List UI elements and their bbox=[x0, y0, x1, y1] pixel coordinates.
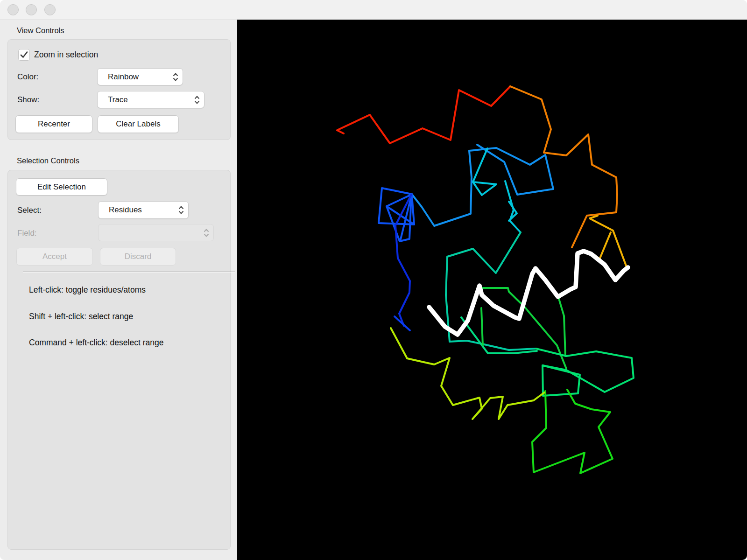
backbone-green-bottom-loop[interactable] bbox=[532, 390, 613, 473]
backbone-lightblue[interactable] bbox=[412, 145, 553, 226]
zoom-in-selection-label: Zoom in selection bbox=[34, 49, 98, 61]
backbone-green-short[interactable] bbox=[481, 308, 483, 345]
view-controls-group: Zoom in selection Color: Rainbow Show: T… bbox=[7, 39, 231, 140]
zoom-button[interactable] bbox=[44, 4, 56, 15]
help-line-2: Shift + left-click: select range bbox=[29, 312, 133, 322]
backbone-yellow-cross[interactable] bbox=[599, 232, 611, 260]
minimize-button[interactable] bbox=[26, 4, 37, 15]
backbone-green-vertical[interactable] bbox=[559, 299, 565, 356]
accept-button: Accept bbox=[16, 248, 93, 266]
field-select bbox=[98, 224, 214, 241]
backbone-spring-parallelogram[interactable] bbox=[543, 365, 580, 396]
field-label: Field: bbox=[17, 229, 37, 238]
show-select-value: Trace bbox=[98, 95, 194, 105]
help-line-1: Left-click: toggle residues/atoms bbox=[29, 285, 146, 295]
edit-selection-button[interactable]: Edit Selection bbox=[16, 178, 107, 196]
sidebar: View Controls Zoom in selection Color: R… bbox=[0, 20, 237, 560]
backbone-red[interactable] bbox=[337, 86, 510, 143]
chevron-up-down-icon bbox=[194, 94, 200, 105]
show-select[interactable]: Trace bbox=[97, 91, 204, 108]
color-label: Color: bbox=[17, 72, 38, 82]
clear-labels-button[interactable]: Clear Labels bbox=[98, 115, 179, 133]
discard-button: Discard bbox=[100, 248, 176, 266]
backbone-spring-loop[interactable] bbox=[536, 349, 634, 392]
show-label: Show: bbox=[17, 95, 39, 105]
checkmark-icon bbox=[20, 51, 28, 58]
chevron-up-down-icon bbox=[203, 227, 210, 238]
help-line-3: Command + left-click: deselect range bbox=[29, 338, 163, 348]
protein-trace-canvas[interactable] bbox=[237, 20, 747, 560]
recenter-button[interactable]: Recenter bbox=[15, 115, 92, 133]
color-select-value: Rainbow bbox=[98, 72, 172, 82]
chevron-up-down-icon bbox=[178, 204, 184, 216]
app-window: View Controls Zoom in selection Color: R… bbox=[0, 0, 747, 560]
close-button[interactable] bbox=[7, 4, 19, 15]
view-controls-heading: View Controls bbox=[17, 26, 64, 35]
backbone-orange[interactable] bbox=[510, 86, 617, 247]
backbone-darkblue-stub[interactable] bbox=[395, 316, 410, 330]
selection-controls-group: Edit Selection Select: Residues Field: A… bbox=[7, 170, 231, 550]
divider bbox=[23, 272, 235, 273]
select-mode-value: Residues bbox=[99, 205, 178, 215]
chevron-up-down-icon bbox=[172, 71, 179, 83]
molecule-viewport[interactable] bbox=[237, 20, 747, 560]
selected-residues-white[interactable] bbox=[429, 251, 628, 335]
zoom-in-selection-checkbox[interactable] bbox=[18, 49, 30, 61]
title-bar[interactable] bbox=[0, 0, 747, 20]
select-label: Select: bbox=[17, 206, 42, 215]
selection-controls-heading: Selection Controls bbox=[17, 156, 79, 165]
select-mode-select[interactable]: Residues bbox=[98, 201, 189, 219]
color-select[interactable]: Rainbow bbox=[97, 68, 183, 85]
